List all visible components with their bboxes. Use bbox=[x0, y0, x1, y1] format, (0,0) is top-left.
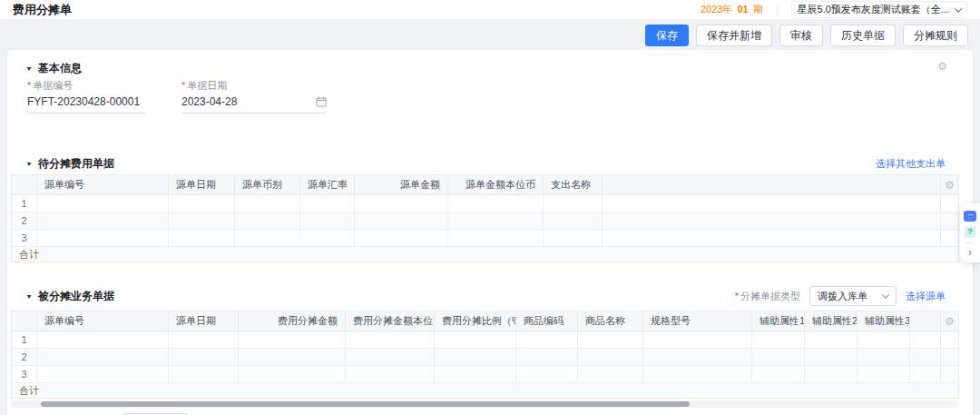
grid-cell[interactable] bbox=[578, 349, 643, 366]
doc-date-label: *单据日期 bbox=[181, 79, 327, 92]
grid-cell[interactable] bbox=[355, 212, 448, 230]
grid-cell[interactable] bbox=[805, 349, 858, 366]
column-header: 源单汇率 bbox=[300, 175, 355, 195]
audit-button[interactable]: 审核 bbox=[779, 25, 823, 46]
allocated-section-row: ▼ 被分摊业务单据 *分摊单据类型 调拨入库单 选择源单 bbox=[25, 285, 946, 307]
grid-cell[interactable] bbox=[448, 230, 544, 247]
grid-cell[interactable] bbox=[169, 349, 239, 366]
basic-info-fields: *单据编号 FYFT-20230428-00001 *单据日期 2023-04-… bbox=[27, 79, 973, 115]
grid-cell bbox=[941, 331, 959, 349]
grid-cell[interactable] bbox=[516, 366, 578, 383]
top-bar: 费用分摊单 2023年 01 期 ｜ 星辰5.0预发布灰度测试账套（全... bbox=[0, 0, 980, 20]
doc-date-input[interactable]: 2023-04-28 bbox=[181, 95, 327, 114]
basic-info-title: 基本信息 bbox=[38, 61, 82, 76]
grid-cell[interactable] bbox=[752, 349, 805, 366]
grid-cell[interactable] bbox=[300, 212, 355, 230]
grid-cell[interactable] bbox=[37, 366, 169, 383]
grid-cell[interactable] bbox=[169, 366, 239, 383]
save-and-new-button[interactable]: 保存并新增 bbox=[696, 25, 772, 46]
grid-cell[interactable] bbox=[544, 195, 603, 212]
grid-cell[interactable] bbox=[169, 212, 235, 230]
chat-icon[interactable]: ··· bbox=[964, 211, 976, 222]
grid-cell[interactable] bbox=[355, 230, 448, 247]
grid-cell[interactable] bbox=[643, 331, 752, 349]
grid-cell[interactable] bbox=[346, 331, 435, 349]
grid-cell[interactable] bbox=[169, 230, 235, 247]
grid-cell[interactable] bbox=[858, 331, 910, 349]
filler-column bbox=[910, 311, 941, 331]
grid-cell[interactable] bbox=[239, 349, 346, 366]
history-docs-button[interactable]: 历史单据 bbox=[830, 25, 896, 46]
grid-cell[interactable] bbox=[169, 195, 235, 212]
grid-cell[interactable] bbox=[858, 366, 910, 383]
grid-cell[interactable] bbox=[578, 331, 643, 349]
collapse-panel-icon[interactable]: › bbox=[968, 248, 972, 257]
grid-cell[interactable] bbox=[516, 331, 578, 349]
gear-icon[interactable]: ⚙ bbox=[945, 179, 955, 192]
grid-cell[interactable] bbox=[355, 195, 448, 212]
grid-cell[interactable] bbox=[805, 366, 858, 383]
grid-cell[interactable] bbox=[235, 212, 300, 230]
grid-cell[interactable] bbox=[37, 331, 169, 349]
card-settings-button[interactable]: ⚙ bbox=[937, 57, 947, 74]
grid-cell[interactable] bbox=[435, 366, 516, 383]
grid-cell[interactable] bbox=[643, 366, 752, 383]
select-other-expense-link[interactable]: 选择其他支出单 bbox=[876, 157, 946, 171]
grid-cell[interactable] bbox=[37, 230, 169, 247]
grid-cell[interactable] bbox=[643, 349, 752, 366]
doc-type-label-text: 分摊单据类型 bbox=[740, 291, 800, 301]
column-header: 费用分摊比例（%） bbox=[435, 311, 516, 331]
grid-cell[interactable] bbox=[300, 195, 355, 212]
grid-cell[interactable] bbox=[435, 331, 516, 349]
row-number-header bbox=[12, 175, 37, 195]
grid-cell[interactable] bbox=[169, 331, 239, 349]
grid-cell[interactable] bbox=[435, 349, 516, 366]
grid-cell[interactable] bbox=[578, 366, 643, 383]
collapse-triangle-icon: ▼ bbox=[25, 64, 33, 72]
column-settings-cell[interactable]: ⚙ bbox=[941, 311, 959, 331]
allocated-section-header[interactable]: ▼ 被分摊业务单据 bbox=[25, 289, 114, 303]
pending-section-header[interactable]: ▼ 待分摊费用单据 bbox=[25, 156, 114, 171]
doc-no-input[interactable]: FYFT-20230428-00001 bbox=[27, 95, 145, 114]
save-button[interactable]: 保存 bbox=[645, 25, 689, 46]
doc-type-value: 调拨入库单 bbox=[818, 290, 867, 303]
gear-icon[interactable]: ⚙ bbox=[945, 315, 955, 328]
period-year: 2023年 bbox=[701, 4, 732, 15]
grid-cell[interactable] bbox=[346, 366, 435, 383]
grid-cell[interactable] bbox=[235, 230, 300, 247]
horizontal-scrollbar[interactable] bbox=[11, 400, 958, 408]
grid-cell[interactable] bbox=[239, 366, 346, 383]
column-settings-cell[interactable]: ⚙ bbox=[941, 175, 959, 195]
grid-cell[interactable] bbox=[37, 195, 169, 212]
grid-cell bbox=[941, 349, 959, 366]
grid-cell[interactable] bbox=[805, 331, 858, 349]
accounting-period[interactable]: 2023年 01 期 bbox=[701, 3, 763, 16]
grid-cell[interactable] bbox=[752, 331, 805, 349]
account-book-selector[interactable]: 星辰5.0预发布灰度测试账套（全... bbox=[791, 1, 967, 18]
grid-cell[interactable] bbox=[544, 230, 603, 247]
doc-type-select[interactable]: 调拨入库单 bbox=[809, 286, 897, 306]
grid-cell[interactable] bbox=[544, 212, 603, 230]
grid-cell[interactable] bbox=[448, 212, 544, 230]
basic-info-section-header[interactable]: ▼ 基本信息 bbox=[25, 61, 973, 75]
grid-cell[interactable] bbox=[346, 349, 435, 366]
grid-cell[interactable] bbox=[448, 195, 544, 212]
pending-expense-grid: 源单编号源单日期源单币别源单汇率源单金额源单金额本位币支出名称⚙123合计 bbox=[11, 174, 959, 262]
select-source-doc-link[interactable]: 选择源单 bbox=[906, 290, 946, 303]
allocation-rules-button[interactable]: 分摊规则 bbox=[903, 25, 968, 46]
floating-helper-widget: ··· ? › bbox=[960, 203, 980, 262]
column-header: 源单日期 bbox=[169, 311, 239, 331]
horizontal-scrollbar-thumb[interactable] bbox=[41, 401, 690, 407]
grid-cell bbox=[941, 195, 959, 212]
grid-cell[interactable] bbox=[516, 349, 578, 366]
help-icon[interactable]: ? bbox=[965, 226, 976, 238]
row-number: 1 bbox=[12, 195, 37, 212]
grid-cell[interactable] bbox=[858, 349, 910, 366]
grid-cell[interactable] bbox=[37, 212, 169, 230]
grid-cell[interactable] bbox=[239, 331, 346, 349]
calendar-icon[interactable] bbox=[316, 96, 327, 107]
grid-cell[interactable] bbox=[300, 230, 355, 247]
grid-cell[interactable] bbox=[752, 366, 805, 383]
grid-cell[interactable] bbox=[235, 195, 300, 212]
grid-cell[interactable] bbox=[37, 349, 169, 366]
